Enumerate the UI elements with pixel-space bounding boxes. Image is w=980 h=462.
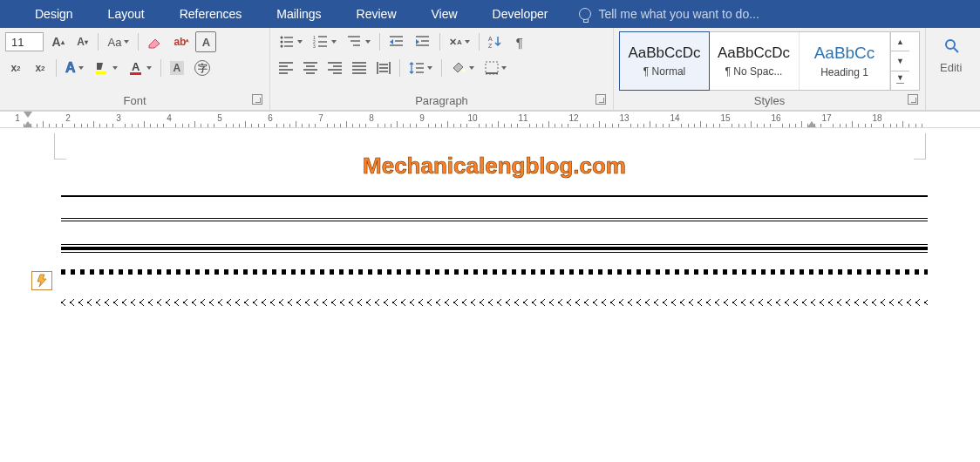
styles-dialog-launcher[interactable] (908, 94, 918, 105)
ruler-tick (700, 121, 701, 127)
ruler-number: 10 (467, 113, 477, 123)
lightbulb-icon (579, 8, 591, 20)
numbering-button[interactable]: 123 (310, 31, 340, 52)
line-spacing-button[interactable] (405, 58, 436, 78)
style-normal[interactable]: AaBbCcDc ¶ Normal (619, 31, 710, 91)
svg-rect-45 (352, 72, 366, 74)
highlight-button[interactable] (91, 58, 121, 78)
text-effects-button[interactable]: A (62, 58, 87, 78)
ruler-tick (276, 124, 277, 127)
clear-formatting-button[interactable] (144, 31, 167, 52)
multilevel-list-button[interactable] (344, 31, 374, 52)
change-case-icon: Aa (107, 36, 121, 49)
svg-line-58 (954, 48, 958, 52)
chevron-down-icon (146, 66, 152, 70)
align-left-button[interactable] (276, 58, 296, 78)
tab-references[interactable]: References (162, 0, 260, 28)
ruler-tick (618, 124, 619, 127)
ruler-tick (504, 124, 505, 127)
sort-icon: AZ (488, 35, 502, 49)
align-right-button[interactable] (324, 58, 345, 78)
group-label-paragraph: Paragraph (415, 94, 468, 107)
svg-rect-39 (333, 65, 342, 67)
ruler-tick (789, 124, 790, 127)
chevron-down-icon (365, 40, 371, 44)
character-border-button[interactable]: A (195, 31, 216, 52)
chevron-down-icon (124, 40, 129, 44)
bullets-button[interactable] (276, 31, 306, 52)
separator (399, 59, 400, 77)
tab-developer[interactable]: Developer (475, 0, 566, 28)
enclose-char-button[interactable]: 字 (191, 58, 214, 78)
char-shading-button[interactable]: A (167, 58, 188, 78)
ribbon-tabstrip: Design Layout References Mailings Review… (0, 0, 980, 28)
subscript-icon: x2 (10, 62, 20, 74)
svg-rect-21 (395, 40, 403, 42)
tab-design[interactable]: Design (17, 0, 91, 28)
gallery-scroll-down[interactable]: ▼ (891, 51, 909, 71)
style-heading-1[interactable]: AaBbCc Heading 1 (800, 32, 890, 90)
svg-rect-8 (284, 41, 293, 43)
subscript-button[interactable]: x2 (5, 58, 26, 78)
superscript-button[interactable]: x2 (30, 58, 51, 78)
increase-indent-button[interactable] (412, 31, 434, 52)
ruler-tick (865, 124, 866, 127)
document-area[interactable]: Mechanicalengblog.com (0, 128, 980, 306)
hanging-indent-marker[interactable] (24, 121, 32, 127)
numbering-icon: 123 (313, 35, 329, 49)
ruler-tick (56, 124, 57, 127)
decrease-indent-button[interactable] (385, 31, 408, 52)
svg-rect-30 (279, 62, 293, 64)
ruler-tick (283, 124, 284, 127)
svg-rect-17 (348, 36, 360, 37)
style-no-spacing[interactable]: AaBbCcDc ¶ No Spac... (709, 32, 800, 90)
bullets-icon (279, 35, 295, 49)
gallery-expand[interactable]: ▼— (891, 71, 909, 90)
gallery-scroll-up[interactable]: ▲ (891, 32, 909, 51)
svg-rect-26 (416, 44, 429, 46)
style-name: Heading 1 (820, 66, 868, 78)
shading-button[interactable] (447, 58, 478, 78)
font-size-select[interactable]: 11 (5, 32, 44, 51)
chevron-down-icon (112, 66, 118, 70)
font-color-button[interactable]: A (125, 58, 155, 78)
show-hide-marks-button[interactable]: ¶ (509, 31, 530, 52)
first-line-indent-marker[interactable] (24, 112, 32, 118)
asian-layout-button[interactable]: ✕A (446, 31, 473, 52)
font-dialog-launcher[interactable] (252, 94, 262, 105)
sort-button[interactable]: AZ (485, 31, 506, 52)
grow-font-button[interactable]: A▴ (47, 31, 68, 52)
ruler-number: 3 (116, 113, 121, 123)
align-center-button[interactable] (300, 58, 321, 78)
ruler-tick (340, 124, 341, 127)
tab-review[interactable]: Review (339, 0, 414, 28)
svg-rect-32 (279, 69, 293, 71)
ruler-tick (188, 124, 189, 127)
tab-layout[interactable]: Layout (91, 0, 162, 28)
ruler-number: 17 (821, 113, 831, 123)
distributed-button[interactable] (373, 58, 394, 78)
watermark-text: Mechanicalengblog.com (61, 153, 928, 180)
tell-me-search[interactable]: Tell me what you want to do... (565, 7, 767, 21)
shrink-font-button[interactable]: A▾ (71, 31, 92, 52)
decrease-indent-icon (389, 35, 405, 49)
lightning-icon (35, 274, 49, 288)
paint-bucket-icon (451, 61, 466, 75)
style-name: ¶ Normal (643, 65, 685, 78)
tab-mailings[interactable]: Mailings (259, 0, 338, 28)
autoformat-options-button[interactable] (31, 271, 52, 290)
horizontal-ruler[interactable]: 123456789101112131415161718 (0, 111, 980, 128)
right-indent-marker[interactable] (807, 121, 816, 127)
ruler-tick (309, 124, 310, 127)
change-case-button[interactable]: Aa (104, 31, 133, 52)
ruler-tick (327, 124, 328, 127)
justify-button[interactable] (349, 58, 370, 78)
paragraph-dialog-launcher[interactable] (595, 94, 606, 105)
find-button[interactable] (940, 37, 964, 56)
borders-button[interactable] (481, 58, 510, 78)
phonetic-guide-button[interactable]: abᴬ (170, 31, 192, 52)
tab-view[interactable]: View (414, 0, 475, 28)
superscript-icon: x2 (35, 62, 44, 74)
ruler-tick (132, 124, 133, 127)
ruler-tick (37, 124, 37, 127)
